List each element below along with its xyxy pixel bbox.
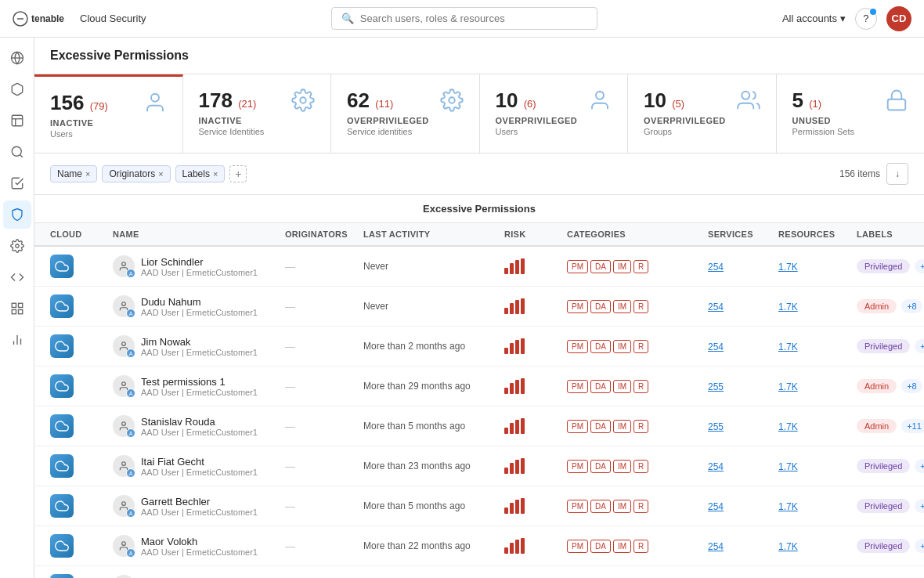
top-nav: tenable Cloud Security 🔍 All accounts ▾ … <box>0 0 924 38</box>
svg-point-29 <box>122 462 126 466</box>
category-tag: IM <box>613 300 631 313</box>
excessive-permissions-header: Excessive Permissions <box>34 195 924 223</box>
sidebar-item-check[interactable] <box>3 169 31 197</box>
sidebar-item-globe[interactable] <box>3 44 31 72</box>
user-info: Dudu Nahum AAD User | ErmeticCustomer1 <box>141 296 258 317</box>
sidebar-item-settings[interactable] <box>3 232 31 260</box>
close-icon[interactable]: × <box>85 169 90 179</box>
metric-card-overpriv-users[interactable]: 10 (6) OVERPRIVILEGED Users <box>480 74 629 153</box>
main-content: Excessive Permissions 156 (79) INACTIVE … <box>34 38 924 578</box>
col-name: Name <box>113 229 285 239</box>
sidebar-item-box[interactable] <box>3 75 31 103</box>
filter-tag-labels[interactable]: Labels × <box>175 165 226 182</box>
sidebar-item-code[interactable] <box>3 263 31 291</box>
user-cell: A Jim Nowak AAD User | ErmeticCustomer1 <box>113 335 285 357</box>
category-tag: R <box>633 500 648 513</box>
svg-point-27 <box>122 382 126 386</box>
resources-cell: 1.7K <box>778 341 857 352</box>
resources-link[interactable]: 1.7K <box>778 381 798 392</box>
services-link[interactable]: 254 <box>708 341 724 352</box>
user-name: Stanislav Rouda <box>141 416 258 428</box>
resources-cell: 1.7K <box>778 500 857 512</box>
user-type-badge: A <box>126 269 135 278</box>
logo: tenable Cloud Security <box>13 11 146 27</box>
labels-cell: Admin +8 <box>857 299 924 313</box>
risk-bar <box>504 498 567 514</box>
risk-seg <box>504 388 508 394</box>
user-cell: A Stanislav Rouda AAD User | ErmeticCust… <box>113 415 285 437</box>
last-activity-cell: More than 29 months ago <box>363 381 504 392</box>
filter-tags: Name × Originators × Labels × + <box>50 165 247 182</box>
resources-cell: 1.7K <box>778 421 857 432</box>
metric-label: OVERPRIVILEGED <box>644 116 726 125</box>
data-table: Excessive Permissions Cloud Name Origina… <box>34 195 924 578</box>
cloud-cell <box>50 294 113 318</box>
sidebar-item-analytics[interactable] <box>3 326 31 354</box>
risk-seg <box>521 498 525 514</box>
sidebar-item-findings[interactable] <box>3 107 31 135</box>
resources-link[interactable]: 1.7K <box>778 461 798 472</box>
search-bar[interactable]: 🔍 <box>331 7 597 30</box>
risk-seg <box>521 538 525 554</box>
user-info: Test permissions 1 AAD User | ErmeticCus… <box>141 376 258 397</box>
resources-link[interactable]: 1.7K <box>778 262 798 273</box>
metric-card-inactive-users[interactable]: 156 (79) INACTIVE Users <box>34 74 183 153</box>
close-icon[interactable]: × <box>158 169 163 179</box>
close-icon[interactable]: × <box>213 169 218 179</box>
filter-tag-name[interactable]: Name × <box>50 165 97 182</box>
categories-cell: PMDAIMR <box>567 540 708 553</box>
services-link[interactable]: 254 <box>708 302 724 312</box>
resources-cell: 1.7K <box>778 381 857 392</box>
resources-link[interactable]: 1.7K <box>778 421 798 432</box>
services-link[interactable]: 255 <box>708 381 724 392</box>
user-cell: A Omri Muszkal AAD User | ErmeticCustome… <box>113 575 285 578</box>
svg-point-22 <box>742 92 749 99</box>
label-plus: +10 <box>915 459 924 473</box>
metric-label: INACTIVE <box>50 118 108 128</box>
metric-card-inactive-si[interactable]: 178 (21) INACTIVE Service Identities <box>183 74 332 153</box>
help-button[interactable]: ? <box>855 8 877 30</box>
services-link[interactable]: 254 <box>708 262 724 273</box>
metric-number: 10 <box>644 89 666 112</box>
download-button[interactable]: ↓ <box>886 163 908 185</box>
add-filter-button[interactable]: + <box>229 165 247 182</box>
search-input[interactable] <box>360 13 587 24</box>
services-cell: 254 <box>708 461 778 472</box>
resources-cell: 1.7K <box>778 461 857 472</box>
category-tag: DA <box>590 380 611 393</box>
metric-card-unused-ps[interactable]: 5 (1) UNUSED Permission Sets <box>777 74 925 153</box>
col-resources: Resources <box>778 229 857 239</box>
sidebar-item-repo[interactable] <box>3 294 31 323</box>
cloud-icon <box>50 334 74 358</box>
resources-link[interactable]: 1.7K <box>778 501 798 512</box>
services-cell: 254 <box>708 261 778 273</box>
cloud-cell <box>50 255 113 278</box>
svg-point-30 <box>122 502 126 506</box>
sidebar-item-search[interactable] <box>3 138 31 166</box>
filter-tag-originators[interactable]: Originators × <box>102 165 170 182</box>
services-link[interactable]: 255 <box>708 421 724 432</box>
services-link[interactable]: 254 <box>708 541 724 552</box>
services-cell: 254 <box>708 301 778 312</box>
resources-link[interactable]: 1.7K <box>778 302 798 312</box>
cloud-icon <box>50 494 74 518</box>
risk-cell <box>504 298 567 314</box>
services-link[interactable]: 254 <box>708 501 724 512</box>
user-name: Dudu Nahum <box>141 296 258 308</box>
metric-number: 5 <box>792 89 803 112</box>
last-activity-cell: More than 23 months ago <box>363 461 504 471</box>
label-plus: +11 <box>901 419 924 433</box>
avatar[interactable]: CD <box>886 6 911 31</box>
resources-link[interactable]: 1.7K <box>778 541 798 552</box>
category-tag: PM <box>567 500 588 513</box>
account-selector[interactable]: All accounts ▾ <box>782 13 846 24</box>
user-cell: A Itai Fiat Gecht AAD User | ErmeticCust… <box>113 455 285 477</box>
services-link[interactable]: 254 <box>708 461 724 472</box>
user-sub: AAD User | ErmeticCustomer1 <box>141 308 258 317</box>
sidebar-item-shield[interactable] <box>3 200 31 229</box>
resources-link[interactable]: 1.7K <box>778 341 798 352</box>
category-tag: DA <box>590 500 611 513</box>
metric-card-overpriv-groups[interactable]: 10 (5) OVERPRIVILEGED Groups <box>628 74 777 153</box>
metric-card-overpriv-si[interactable]: 62 (11) OVERPRIVILEGED Service identitie… <box>331 74 480 153</box>
avatar-sm: A <box>113 255 135 277</box>
